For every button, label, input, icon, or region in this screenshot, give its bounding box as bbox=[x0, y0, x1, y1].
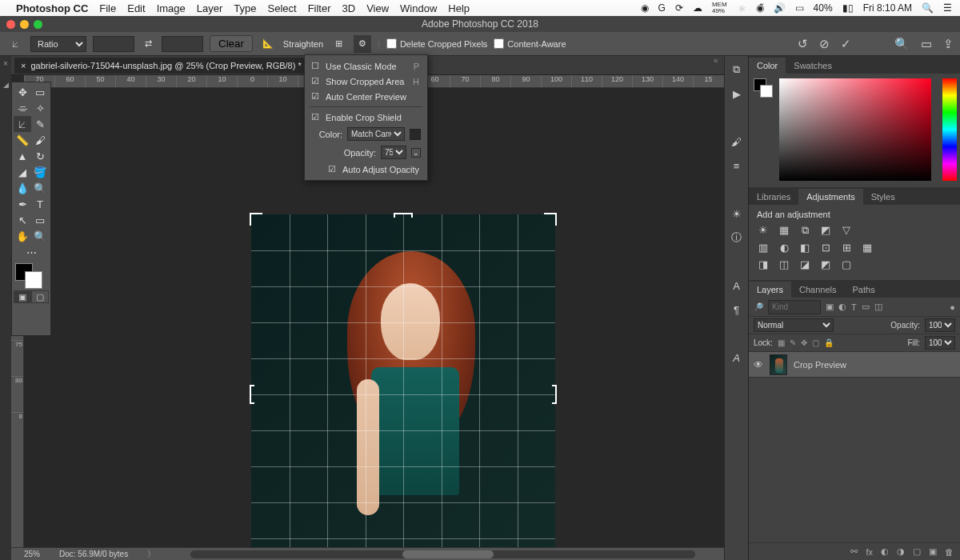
ruler-tool[interactable]: 📏 bbox=[14, 132, 31, 148]
grid-overlay-icon[interactable]: ⊞ bbox=[330, 35, 347, 53]
shield-color-swatch[interactable] bbox=[410, 129, 421, 140]
layer-row[interactable]: 👁 Crop Preview bbox=[749, 352, 960, 378]
lock-move-icon[interactable]: ✥ bbox=[801, 338, 807, 347]
adj-bw-icon[interactable]: ◐ bbox=[778, 242, 790, 254]
presets-icon[interactable]: ≡ bbox=[734, 158, 740, 173]
stamp-tool[interactable]: ▲ bbox=[14, 148, 31, 164]
display-icon[interactable]: ▭ bbox=[795, 2, 804, 14]
layer-thumbnail[interactable] bbox=[770, 354, 787, 375]
status-eye-icon[interactable]: ◉ bbox=[641, 2, 649, 14]
layer-visibility-icon[interactable]: 👁 bbox=[754, 359, 763, 370]
zoom-icon[interactable] bbox=[34, 20, 42, 29]
shield-color-select[interactable]: Match Canvas bbox=[347, 127, 405, 141]
fg-bg-swatch[interactable] bbox=[14, 263, 49, 290]
zoom-level[interactable]: 25% bbox=[24, 550, 40, 558]
content-aware-checkbox[interactable]: Content-Aware bbox=[494, 38, 566, 49]
volume-icon[interactable]: 🔊 bbox=[774, 2, 786, 14]
tab-paths[interactable]: Paths bbox=[845, 282, 883, 298]
history-icon[interactable]: ⧉ bbox=[733, 62, 740, 77]
ratio-h-input[interactable] bbox=[162, 36, 203, 52]
eraser-tool[interactable]: ◢ bbox=[14, 164, 31, 180]
menu-window[interactable]: Window bbox=[400, 2, 437, 14]
kind-filter[interactable] bbox=[768, 300, 821, 314]
commit-icon[interactable]: ✓ bbox=[841, 37, 851, 51]
filter-type-icon[interactable]: T bbox=[851, 302, 857, 312]
brush-tool[interactable]: 🖌 bbox=[31, 132, 49, 148]
character-icon[interactable]: A bbox=[733, 278, 740, 293]
clock[interactable]: Fri 8:10 AM bbox=[863, 2, 912, 14]
glyphs-icon[interactable]: A bbox=[733, 350, 740, 365]
battery-icon[interactable]: ▮▯ bbox=[842, 2, 854, 14]
blur-tool[interactable]: 💧 bbox=[14, 180, 31, 196]
shape-tool[interactable]: ▭ bbox=[31, 212, 49, 228]
blend-mode-select[interactable]: Normal bbox=[754, 318, 834, 332]
tab-close-icon[interactable]: × bbox=[21, 61, 26, 70]
move-tool[interactable]: ✥ bbox=[14, 84, 31, 100]
crop-tool-icon[interactable]: ⟀ bbox=[6, 35, 24, 53]
filter-image-icon[interactable]: ▣ bbox=[826, 302, 834, 312]
straighten-icon[interactable]: 📐 bbox=[259, 35, 277, 53]
cancel-icon[interactable]: ⊘ bbox=[819, 37, 830, 51]
doc-size[interactable]: Doc: 56.9M/0 bytes bbox=[59, 550, 128, 558]
quickmask-toggle[interactable]: ▣▢ bbox=[14, 290, 49, 303]
adj-photo-icon[interactable]: ◧ bbox=[798, 242, 811, 254]
adj-vibrance-icon[interactable]: ▽ bbox=[840, 224, 853, 237]
crop-handle-t[interactable] bbox=[394, 213, 413, 218]
tab-color[interactable]: Color bbox=[749, 58, 786, 74]
hue-slider[interactable] bbox=[942, 78, 957, 181]
menu-3d[interactable]: 3D bbox=[342, 2, 356, 14]
new-group-icon[interactable]: ▢ bbox=[913, 546, 921, 557]
filter-smart-icon[interactable]: ◫ bbox=[874, 302, 882, 312]
marquee-tool[interactable]: ▭ bbox=[31, 84, 49, 100]
crop-handle-tl[interactable] bbox=[250, 213, 262, 226]
status-cloud-icon[interactable]: ☁ bbox=[693, 2, 702, 14]
tab-libraries[interactable]: Libraries bbox=[749, 189, 798, 205]
info-icon[interactable]: ☀ bbox=[732, 206, 742, 221]
menu-edit[interactable]: Edit bbox=[127, 2, 145, 14]
history-brush-tool[interactable]: ↻ bbox=[31, 148, 49, 164]
status-arrow-icon[interactable]: 〉 bbox=[147, 549, 155, 560]
crop-handle-r[interactable] bbox=[552, 385, 557, 404]
adj-gradmap-icon[interactable]: ◩ bbox=[819, 258, 832, 270]
filter-toggle-icon[interactable]: ● bbox=[950, 302, 955, 312]
wand-tool[interactable]: ✧ bbox=[31, 100, 49, 116]
h-scrollbar[interactable] bbox=[190, 550, 695, 558]
app-name[interactable]: Photoshop CC bbox=[16, 2, 88, 14]
lock-brush-icon[interactable]: ✎ bbox=[790, 338, 796, 347]
zoom-tool[interactable]: 🔍 bbox=[31, 228, 49, 244]
type-tool[interactable]: T bbox=[31, 196, 49, 212]
straighten-label[interactable]: Straighten bbox=[283, 39, 323, 49]
clear-button[interactable]: Clear bbox=[210, 35, 253, 52]
document-tab[interactable]: × gabriel-silverio-715044-unsplash.jpg @… bbox=[14, 58, 308, 74]
crop-handle-tr[interactable] bbox=[544, 213, 557, 226]
adj-grid-icon[interactable]: ▦ bbox=[861, 242, 874, 254]
adj-selcolor-icon[interactable]: ▢ bbox=[840, 258, 853, 270]
classic-mode-item[interactable]: ☐Use Classic ModeP bbox=[305, 58, 427, 74]
crop-tool[interactable]: ⟀ bbox=[14, 116, 31, 132]
paragraph-icon[interactable]: ¶ bbox=[734, 302, 739, 317]
fx-icon[interactable]: fx bbox=[866, 547, 873, 557]
lock-art-icon[interactable]: ▢ bbox=[812, 338, 819, 347]
minimize-icon[interactable] bbox=[20, 20, 29, 29]
adj-thresh-icon[interactable]: ◪ bbox=[798, 258, 811, 270]
status-mem[interactable]: MEM49% bbox=[712, 2, 727, 14]
menu-image[interactable]: Image bbox=[157, 2, 186, 14]
delete-cropped-checkbox[interactable]: Delete Cropped Pixels bbox=[386, 38, 487, 49]
new-adj-icon[interactable]: ◑ bbox=[897, 546, 905, 557]
path-tool[interactable]: ↖ bbox=[14, 212, 31, 228]
close-icon[interactable] bbox=[6, 20, 15, 29]
adj-levels-icon[interactable]: ▦ bbox=[778, 224, 790, 237]
menu-view[interactable]: View bbox=[366, 2, 389, 14]
adj-brightness-icon[interactable]: ☀ bbox=[757, 224, 770, 237]
adj-lookup-icon[interactable]: ⊞ bbox=[840, 242, 853, 254]
bucket-tool[interactable]: 🪣 bbox=[31, 164, 49, 180]
filter-shape-icon[interactable]: ▭ bbox=[862, 302, 870, 312]
eyedropper-tool[interactable]: ✎ bbox=[31, 116, 49, 132]
pen-tool[interactable]: ✒ bbox=[14, 196, 31, 212]
canvas-image[interactable] bbox=[251, 214, 555, 560]
color-swatch-pair[interactable] bbox=[754, 78, 774, 99]
brush-icon[interactable]: 🖌 bbox=[731, 134, 742, 149]
color-field[interactable] bbox=[779, 78, 931, 181]
menu-type[interactable]: Type bbox=[234, 2, 256, 14]
status-sync-icon[interactable]: ⟳ bbox=[675, 2, 683, 14]
